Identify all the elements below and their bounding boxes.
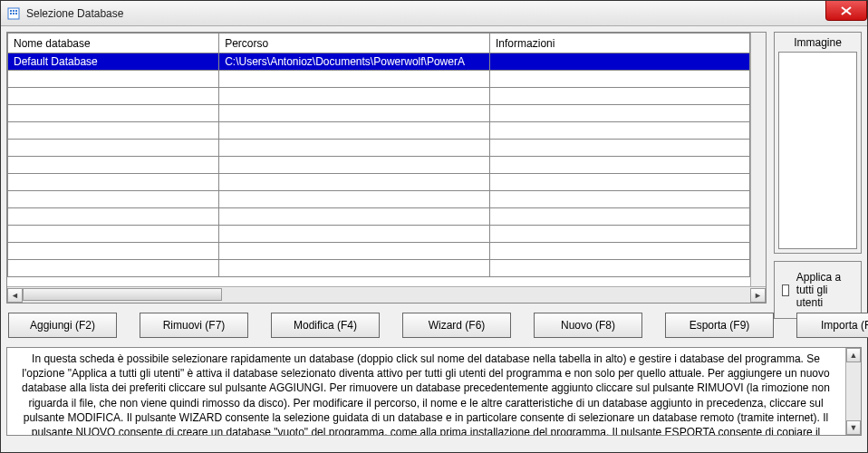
- table-row[interactable]: [8, 243, 750, 260]
- cell-name[interactable]: [8, 71, 219, 88]
- table-vertical-scrollbar[interactable]: [750, 33, 766, 286]
- window-title: Selezione Database: [26, 7, 123, 20]
- cell-name[interactable]: [8, 260, 219, 277]
- add-button[interactable]: Aggiungi (F2): [8, 313, 117, 338]
- titlebar[interactable]: Selezione Database: [1, 1, 867, 26]
- new-button[interactable]: Nuovo (F8): [534, 313, 642, 338]
- close-button[interactable]: [825, 1, 867, 21]
- table-horizontal-scrollbar[interactable]: ◄ ►: [7, 286, 766, 303]
- cell-path[interactable]: [219, 105, 490, 122]
- cell-path[interactable]: [219, 191, 490, 208]
- table-row[interactable]: [8, 260, 750, 277]
- cell-name[interactable]: Default Database: [8, 53, 219, 71]
- scroll-left-icon[interactable]: ◄: [7, 288, 23, 303]
- remove-button[interactable]: Rimuovi (F7): [140, 313, 248, 338]
- cell-path[interactable]: [219, 157, 490, 174]
- table-row[interactable]: Default DatabaseC:\Users\Antonioz\Docume…: [8, 53, 750, 71]
- cell-path[interactable]: [219, 243, 490, 260]
- svg-rect-3: [15, 10, 17, 12]
- table-row[interactable]: [8, 122, 750, 140]
- cell-name[interactable]: [8, 243, 219, 260]
- cell-path[interactable]: [219, 260, 490, 277]
- table-row[interactable]: [8, 174, 750, 191]
- cell-name[interactable]: [8, 208, 219, 226]
- image-panel-label: Immagine: [778, 36, 857, 49]
- cell-path[interactable]: [219, 122, 490, 140]
- cell-info[interactable]: [490, 88, 750, 105]
- table-row[interactable]: [8, 140, 750, 157]
- app-icon: [6, 6, 21, 21]
- cell-path[interactable]: [219, 226, 490, 243]
- table-row[interactable]: [8, 88, 750, 105]
- table-row[interactable]: [8, 105, 750, 122]
- svg-rect-6: [15, 13, 17, 14]
- cell-name[interactable]: [8, 122, 219, 140]
- wizard-button[interactable]: Wizard (F6): [402, 313, 511, 338]
- import-button[interactable]: Importa (F3): [796, 313, 868, 338]
- column-header-info[interactable]: Informazioni: [490, 34, 750, 53]
- help-text: In questa scheda è possibile selezionare…: [13, 352, 855, 436]
- window: Selezione Database Nome database Percors…: [0, 0, 868, 453]
- cell-path[interactable]: [219, 140, 490, 157]
- scroll-down-icon[interactable]: ▼: [846, 420, 861, 435]
- cell-info[interactable]: [490, 157, 750, 174]
- cell-info[interactable]: [490, 174, 750, 191]
- cell-info[interactable]: [490, 226, 750, 243]
- cell-name[interactable]: [8, 157, 219, 174]
- cell-info[interactable]: [490, 260, 750, 277]
- export-button[interactable]: Esporta (F9): [665, 313, 774, 338]
- svg-rect-4: [10, 13, 12, 14]
- help-scroll-track[interactable]: [846, 362, 861, 420]
- apply-all-label: Applica a tutti gli utenti: [796, 271, 854, 309]
- top-row: Nome database Percorso Informazioni Defa…: [6, 32, 862, 304]
- scroll-up-icon[interactable]: ▲: [846, 348, 861, 362]
- svg-rect-5: [13, 13, 14, 14]
- column-header-name[interactable]: Nome database: [8, 34, 219, 53]
- svg-rect-1: [10, 10, 12, 12]
- table-row[interactable]: [8, 191, 750, 208]
- cell-name[interactable]: [8, 140, 219, 157]
- close-icon: [841, 6, 852, 15]
- table-row[interactable]: [8, 157, 750, 174]
- cell-info[interactable]: [490, 122, 750, 140]
- cell-path[interactable]: [219, 208, 490, 226]
- help-vertical-scrollbar[interactable]: ▲ ▼: [845, 348, 861, 435]
- cell-path[interactable]: C:\Users\Antonioz\Documents\Powerwolf\Po…: [219, 53, 490, 71]
- scroll-thumb[interactable]: [23, 288, 222, 301]
- scroll-track[interactable]: [23, 288, 750, 303]
- cell-name[interactable]: [8, 105, 219, 122]
- cell-info[interactable]: [490, 208, 750, 226]
- cell-path[interactable]: [219, 88, 490, 105]
- cell-name[interactable]: [8, 88, 219, 105]
- cell-name[interactable]: [8, 226, 219, 243]
- cell-info[interactable]: [490, 105, 750, 122]
- cell-name[interactable]: [8, 174, 219, 191]
- cell-path[interactable]: [219, 71, 490, 88]
- cell-info[interactable]: [490, 71, 750, 88]
- cell-info[interactable]: [490, 243, 750, 260]
- modify-button[interactable]: Modifica (F4): [271, 313, 380, 338]
- scroll-right-icon[interactable]: ►: [750, 288, 766, 303]
- apply-all-checkbox[interactable]: [782, 284, 789, 296]
- table-row[interactable]: [8, 226, 750, 243]
- button-row: Aggiungi (F2) Rimuovi (F7) Modifica (F4)…: [6, 309, 862, 342]
- database-grid[interactable]: Nome database Percorso Informazioni Defa…: [7, 33, 750, 286]
- column-header-path[interactable]: Percorso: [219, 34, 490, 53]
- table-row[interactable]: [8, 71, 750, 88]
- cell-info[interactable]: [490, 140, 750, 157]
- cell-path[interactable]: [219, 174, 490, 191]
- image-panel: Immagine: [774, 32, 862, 254]
- content-area: Nome database Percorso Informazioni Defa…: [1, 26, 867, 452]
- help-text-panel: In questa scheda è possibile selezionare…: [6, 347, 862, 436]
- cell-info[interactable]: [490, 53, 750, 71]
- svg-rect-2: [13, 10, 14, 12]
- right-panel: Immagine Applica a tutti gli utenti: [774, 32, 862, 304]
- cell-info[interactable]: [490, 191, 750, 208]
- image-preview: [778, 52, 857, 249]
- database-table-container: Nome database Percorso Informazioni Defa…: [6, 32, 767, 304]
- cell-name[interactable]: [8, 191, 219, 208]
- table-row[interactable]: [8, 208, 750, 226]
